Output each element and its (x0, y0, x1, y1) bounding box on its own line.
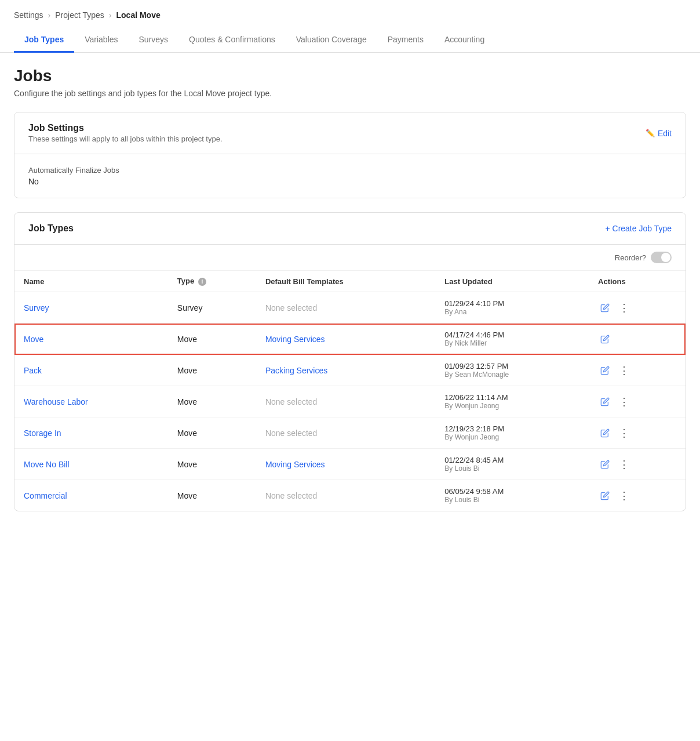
row-name[interactable]: Warehouse Labor (14, 386, 168, 417)
row-name-link[interactable]: Warehouse Labor (24, 397, 88, 406)
row-edit-button[interactable] (598, 396, 612, 408)
tab-variables[interactable]: Variables (74, 28, 128, 53)
row-type: Move (168, 449, 256, 480)
row-actions: ⋮ (589, 417, 686, 449)
last-updated-by: By Ana (444, 308, 579, 316)
table-row: Warehouse LaborMoveNone selected12/06/22… (14, 386, 686, 417)
job-types-table-section: Reorder? Name Type i Default Bill Templa… (14, 244, 686, 511)
last-updated-by: By Sean McMonagle (444, 370, 579, 379)
row-name-link[interactable]: Pack (24, 366, 42, 375)
breadcrumb-project-types[interactable]: Project Types (55, 10, 104, 20)
tab-surveys[interactable]: Surveys (129, 28, 179, 53)
bill-template-link[interactable]: Packing Services (265, 366, 327, 375)
pencil-icon (600, 460, 610, 469)
create-job-type-label: + Create Job Type (605, 224, 672, 233)
row-name[interactable]: Move (14, 324, 168, 355)
row-name-link[interactable]: Move (24, 335, 43, 344)
row-edit-button[interactable] (598, 490, 612, 502)
page-body: Jobs Configure the job settings and job … (0, 53, 700, 539)
row-name[interactable]: Pack (14, 355, 168, 386)
job-types-table: Name Type i Default Bill Templates Last … (14, 271, 686, 511)
tab-quotes-confirmations[interactable]: Quotes & Confirmations (178, 28, 286, 53)
last-updated-date: 12/06/22 11:14 AM (444, 393, 579, 402)
action-icons: ⋮ (598, 300, 676, 315)
row-name[interactable]: Move No Bill (14, 449, 168, 480)
row-bill-template: None selected (256, 292, 435, 324)
row-bill-template: None selected (256, 417, 435, 449)
action-icons: ⋮ (598, 394, 676, 409)
tab-payments[interactable]: Payments (377, 28, 434, 53)
row-edit-button[interactable] (598, 459, 612, 470)
row-edit-button[interactable] (598, 333, 612, 345)
row-edit-button[interactable] (598, 365, 612, 376)
row-name-link[interactable]: Survey (24, 303, 49, 313)
row-name-link[interactable]: Move No Bill (24, 460, 70, 469)
action-icons (598, 333, 676, 345)
row-name[interactable]: Storage In (14, 417, 168, 449)
row-last-updated: 01/29/24 4:10 PMBy Ana (435, 292, 589, 324)
row-more-button[interactable]: ⋮ (617, 457, 632, 472)
row-name[interactable]: Survey (14, 292, 168, 324)
table-row: MoveMoveMoving Services04/17/24 4:46 PMB… (14, 324, 686, 355)
job-settings-header-text: Job Settings These settings will apply t… (28, 123, 223, 143)
last-updated-date: 12/19/23 2:18 PM (444, 424, 579, 433)
bill-template-link[interactable]: Moving Services (265, 460, 325, 469)
last-updated-by: By Louis Bi (444, 496, 579, 504)
breadcrumb-sep-1: › (48, 10, 51, 20)
job-settings-title: Job Settings (28, 123, 223, 133)
pencil-icon (600, 335, 610, 344)
pencil-icon (600, 303, 610, 313)
breadcrumb-settings[interactable]: Settings (14, 10, 43, 20)
row-actions: ⋮ (589, 386, 686, 417)
last-updated-by: By Wonjun Jeong (444, 402, 579, 410)
col-last-updated: Last Updated (435, 271, 589, 292)
row-type: Move (168, 324, 256, 355)
row-bill-template[interactable]: Moving Services (256, 449, 435, 480)
tab-job-types[interactable]: Job Types (14, 28, 74, 53)
job-settings-card: Job Settings These settings will apply t… (14, 112, 686, 198)
type-info-icon[interactable]: i (198, 278, 206, 286)
edit-label: Edit (658, 129, 672, 138)
auto-finalize-label: Automatically Finalize Jobs (28, 166, 672, 175)
nav-tabs: Job Types Variables Surveys Quotes & Con… (0, 28, 700, 53)
row-actions: ⋮ (589, 355, 686, 386)
row-name-link[interactable]: Storage In (24, 428, 61, 438)
last-updated-by: By Louis Bi (444, 464, 579, 473)
more-dots-icon: ⋮ (619, 458, 629, 471)
reorder-row: Reorder? (14, 245, 686, 271)
job-settings-edit-button[interactable]: ✏️ Edit (646, 129, 672, 138)
row-name[interactable]: Commercial (14, 480, 168, 511)
edit-icon: ✏️ (646, 129, 655, 137)
pencil-icon (600, 366, 610, 375)
row-last-updated: 12/06/22 11:14 AMBy Wonjun Jeong (435, 386, 589, 417)
page-description: Configure the job settings and job types… (14, 89, 686, 98)
breadcrumb: Settings › Project Types › Local Move (0, 0, 700, 28)
bill-template-link[interactable]: Moving Services (265, 335, 325, 344)
more-dots-icon: ⋮ (619, 302, 629, 314)
row-more-button[interactable]: ⋮ (617, 300, 632, 315)
row-actions: ⋮ (589, 292, 686, 324)
row-more-button[interactable]: ⋮ (617, 363, 632, 378)
row-bill-template[interactable]: Packing Services (256, 355, 435, 386)
row-more-button[interactable]: ⋮ (617, 394, 632, 409)
action-icons: ⋮ (598, 488, 676, 503)
row-more-button[interactable]: ⋮ (617, 488, 632, 503)
last-updated-date: 06/05/24 9:58 AM (444, 487, 579, 496)
row-last-updated: 04/17/24 4:46 PMBy Nick Miller (435, 324, 589, 355)
tab-valuation-coverage[interactable]: Valuation Coverage (286, 28, 377, 53)
tab-accounting[interactable]: Accounting (434, 28, 495, 53)
reorder-label: Reorder? (615, 253, 646, 262)
col-bill-templates: Default Bill Templates (256, 271, 435, 292)
create-job-type-button[interactable]: + Create Job Type (605, 224, 672, 233)
action-icons: ⋮ (598, 426, 676, 441)
none-selected: None selected (265, 397, 318, 406)
row-name-link[interactable]: Commercial (24, 491, 67, 500)
more-dots-icon: ⋮ (619, 395, 629, 408)
row-more-button[interactable]: ⋮ (617, 426, 632, 441)
row-last-updated: 01/22/24 8:45 AMBy Louis Bi (435, 449, 589, 480)
reorder-toggle[interactable] (651, 252, 672, 263)
row-bill-template[interactable]: Moving Services (256, 324, 435, 355)
row-edit-button[interactable] (598, 427, 612, 439)
row-edit-button[interactable] (598, 302, 612, 314)
pencil-icon (600, 491, 610, 500)
